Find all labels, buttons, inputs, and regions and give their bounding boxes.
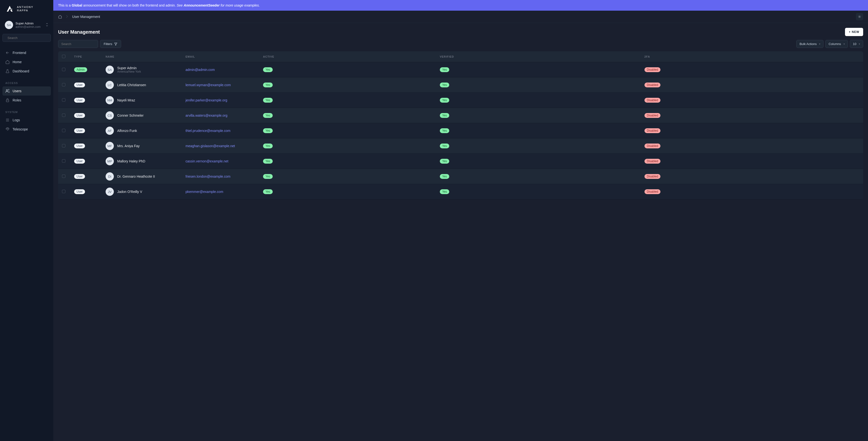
sidebar-item-logs[interactable]: Logs bbox=[2, 115, 51, 125]
row-checkbox[interactable] bbox=[62, 113, 65, 117]
row-checkbox[interactable] bbox=[62, 129, 65, 132]
row-email[interactable]: jenifer.parker@example.org bbox=[186, 98, 227, 102]
row-name: Conner Schmeler bbox=[117, 113, 144, 117]
row-name: Mrs. Aniya Fay bbox=[117, 144, 140, 148]
table-search-input[interactable] bbox=[58, 40, 98, 48]
current-user-menu[interactable]: SA Super Admin admin@admin.com bbox=[2, 19, 51, 31]
sidebar-item-label: Logs bbox=[12, 118, 20, 122]
twofa-badge: Disabled bbox=[645, 174, 661, 179]
sidebar-item-frontend[interactable]: Frontend bbox=[2, 48, 51, 57]
breadcrumb-item[interactable]: User Management bbox=[72, 15, 100, 19]
row-email[interactable]: lemuel.wyman@example.com bbox=[186, 83, 231, 87]
table-row[interactable]: UserAFAlfonzo Funkthiel.prudence@example… bbox=[58, 123, 863, 138]
sidebar-search[interactable] bbox=[2, 34, 51, 42]
twofa-badge: Disabled bbox=[645, 98, 661, 103]
columns-select[interactable]: Columns ▾ bbox=[826, 40, 848, 48]
sidebar-item-home[interactable]: Home bbox=[2, 57, 51, 67]
row-checkbox[interactable] bbox=[62, 68, 65, 71]
column-header-verified[interactable]: VERIFIED bbox=[436, 51, 641, 62]
table-row[interactable]: AdminSASuper AdminAmerica/New Yorkadmin@… bbox=[58, 62, 863, 77]
row-name: Super Admin bbox=[117, 66, 141, 70]
twofa-badge: Disabled bbox=[645, 113, 661, 118]
row-name: Dr. Gennaro Heathcote II bbox=[117, 174, 155, 178]
table-row[interactable]: UserJVJadon O'Reilly Vpkemmer@example.co… bbox=[58, 184, 863, 199]
type-badge: User bbox=[74, 174, 85, 179]
row-checkbox[interactable] bbox=[62, 144, 65, 147]
lock-icon bbox=[5, 98, 10, 102]
page-header: User Management + NEW bbox=[53, 23, 868, 40]
row-email[interactable]: friesen.london@example.com bbox=[186, 174, 230, 178]
row-checkbox[interactable] bbox=[62, 83, 65, 87]
table-row[interactable]: UserDIDr. Gennaro Heathcote IIfriesen.lo… bbox=[58, 169, 863, 184]
avatar: SA bbox=[5, 21, 13, 29]
sidebar-item-dashboard[interactable]: Dashboard bbox=[2, 67, 51, 76]
chevron-down-icon: ▾ bbox=[859, 43, 860, 45]
table-row[interactable]: UserNMNayeli Mrazjenifer.parker@example.… bbox=[58, 93, 863, 108]
theme-toggle[interactable] bbox=[856, 13, 863, 20]
row-email[interactable]: cassin.vernon@example.net bbox=[186, 159, 228, 163]
row-checkbox[interactable] bbox=[62, 98, 65, 102]
sidebar-item-label: Home bbox=[12, 60, 22, 64]
twofa-badge: Disabled bbox=[645, 159, 661, 164]
table-row[interactable]: UserMPMallory Haley PhDcassin.vernon@exa… bbox=[58, 154, 863, 169]
type-badge: User bbox=[74, 159, 85, 164]
chevron-updown-icon bbox=[45, 23, 49, 27]
column-header-name[interactable]: NAME bbox=[102, 51, 182, 62]
row-email[interactable]: pkemmer@example.com bbox=[186, 190, 223, 194]
active-badge: Yes bbox=[263, 82, 273, 88]
sidebar: ANTHONY RAPPA SA Super Admin admin@admin… bbox=[0, 0, 53, 441]
bulk-actions-select[interactable]: Bulk Actions ▾ bbox=[796, 40, 824, 48]
breadcrumb-home[interactable] bbox=[58, 15, 62, 19]
select-all-checkbox[interactable] bbox=[62, 55, 65, 58]
nav-section-label: SYSTEM bbox=[2, 109, 51, 115]
row-email[interactable]: arvilla.waters@example.org bbox=[186, 113, 227, 117]
new-button[interactable]: + NEW bbox=[845, 28, 863, 36]
row-name: Nayeli Mraz bbox=[117, 98, 135, 102]
home-icon bbox=[5, 60, 10, 64]
active-badge: Yes bbox=[263, 174, 273, 179]
active-badge: Yes bbox=[263, 113, 273, 118]
type-badge: Admin bbox=[74, 67, 87, 72]
logo-text: ANTHONY RAPPA bbox=[17, 5, 33, 12]
twofa-badge: Disabled bbox=[645, 189, 661, 194]
home-icon bbox=[58, 15, 62, 19]
type-badge: User bbox=[74, 143, 85, 148]
search-input[interactable] bbox=[7, 36, 48, 40]
column-header-2fa[interactable]: 2FA bbox=[641, 51, 863, 62]
verified-badge: Yes bbox=[440, 82, 450, 88]
sidebar-item-telescope[interactable]: Telescope bbox=[2, 125, 51, 134]
filters-button[interactable]: Filters bbox=[100, 40, 121, 48]
column-header-active[interactable]: ACTIVE bbox=[259, 51, 436, 62]
active-badge: Yes bbox=[263, 128, 273, 133]
row-checkbox[interactable] bbox=[62, 159, 65, 163]
row-email[interactable]: admin@admin.com bbox=[186, 68, 215, 72]
active-badge: Yes bbox=[263, 98, 273, 103]
table-row[interactable]: UserLCLetitia Christiansenlemuel.wyman@e… bbox=[58, 77, 863, 93]
sidebar-item-users[interactable]: Users bbox=[2, 87, 51, 96]
verified-badge: Yes bbox=[440, 113, 450, 118]
sidebar-item-label: Roles bbox=[12, 98, 21, 102]
avatar: NM bbox=[105, 96, 114, 104]
table-row[interactable]: UserCSConner Schmelerarvilla.waters@exam… bbox=[58, 108, 863, 123]
type-badge: User bbox=[74, 82, 85, 88]
table-row[interactable]: UserMFMrs. Aniya Faymeaghan.gislason@exa… bbox=[58, 138, 863, 154]
row-email[interactable]: meaghan.gislason@example.net bbox=[186, 144, 235, 148]
row-checkbox[interactable] bbox=[62, 190, 65, 193]
sidebar-item-label: Frontend bbox=[12, 51, 26, 55]
sidebar-item-roles[interactable]: Roles bbox=[2, 96, 51, 105]
verified-badge: Yes bbox=[440, 98, 450, 103]
row-email[interactable]: thiel.prudence@example.com bbox=[186, 129, 230, 133]
breadcrumb: User Management bbox=[58, 15, 100, 19]
brand-logo[interactable]: ANTHONY RAPPA bbox=[2, 4, 51, 19]
column-header-type[interactable]: TYPE bbox=[70, 51, 102, 62]
page-size-select[interactable]: 10 ▾ bbox=[850, 40, 863, 48]
avatar: MP bbox=[105, 157, 114, 165]
chevron-right-icon bbox=[66, 15, 68, 19]
column-header-email[interactable]: EMAIL bbox=[182, 51, 259, 62]
row-checkbox[interactable] bbox=[62, 174, 65, 178]
active-badge: Yes bbox=[263, 143, 273, 148]
chevron-down-icon: ▾ bbox=[843, 43, 845, 45]
row-name: Alfonzo Funk bbox=[117, 129, 137, 133]
type-badge: User bbox=[74, 128, 85, 133]
twofa-badge: Disabled bbox=[645, 82, 661, 88]
